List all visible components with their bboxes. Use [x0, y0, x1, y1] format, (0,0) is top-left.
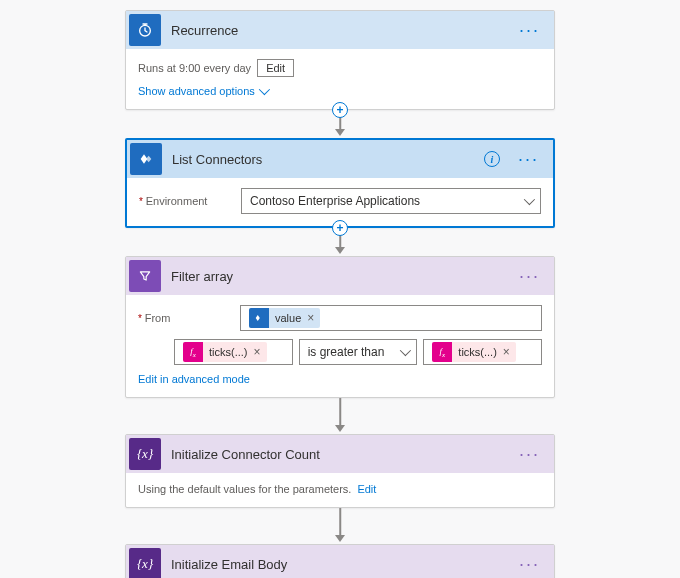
filter-array-title: Filter array — [171, 269, 505, 284]
more-menu-icon[interactable]: ··· — [514, 150, 543, 168]
list-connectors-title: List Connectors — [172, 152, 474, 167]
filter-array-header[interactable]: Filter array ··· — [126, 257, 554, 295]
step-connector: + — [125, 228, 555, 256]
value-token[interactable]: value × — [249, 308, 320, 328]
initialize-email-body-title: Initialize Email Body — [171, 557, 505, 572]
variable-icon: {x} — [129, 438, 161, 470]
recurrence-icon — [129, 14, 161, 46]
recurrence-title: Recurrence — [171, 23, 505, 38]
recurrence-step: Recurrence ··· Runs at 9:00 every day Ed… — [125, 10, 555, 110]
powerapps-icon — [130, 143, 162, 175]
remove-token-icon[interactable]: × — [252, 345, 267, 359]
chevron-down-icon — [400, 345, 411, 356]
more-menu-icon[interactable]: ··· — [515, 555, 544, 573]
list-connectors-header[interactable]: List Connectors i ··· — [127, 140, 553, 178]
filter-right-operand-input[interactable]: fx ticks(...) × — [423, 339, 542, 365]
operator-dropdown[interactable]: is greater than — [299, 339, 418, 365]
step-connector — [125, 398, 555, 434]
ticks-token[interactable]: fx ticks(...) × — [183, 342, 267, 362]
powerapps-token-icon — [249, 308, 269, 328]
recurrence-schedule-text: Runs at 9:00 every day — [138, 62, 251, 74]
recurrence-edit-button[interactable]: Edit — [257, 59, 294, 77]
filter-left-operand-input[interactable]: fx ticks(...) × — [174, 339, 293, 365]
remove-token-icon[interactable]: × — [501, 345, 516, 359]
add-step-button[interactable]: + — [332, 220, 348, 236]
environment-dropdown[interactable]: Contoso Enterprise Applications — [241, 188, 541, 214]
initialize-connector-count-step: {x} Initialize Connector Count ··· Using… — [125, 434, 555, 508]
from-label: From — [138, 312, 230, 324]
list-connectors-step: List Connectors i ··· Environment Contos… — [125, 138, 555, 228]
edit-advanced-mode-link[interactable]: Edit in advanced mode — [138, 373, 250, 385]
filter-array-step: Filter array ··· From value × fx — [125, 256, 555, 398]
variable-icon: {x} — [129, 548, 161, 578]
info-icon[interactable]: i — [484, 151, 500, 167]
default-params-text: Using the default values for the paramet… — [138, 483, 351, 495]
initialize-email-body-header[interactable]: {x} Initialize Email Body ··· — [126, 545, 554, 578]
filter-icon — [129, 260, 161, 292]
expression-icon: fx — [183, 342, 203, 362]
ticks-token[interactable]: fx ticks(...) × — [432, 342, 516, 362]
initialize-connector-count-header[interactable]: {x} Initialize Connector Count ··· — [126, 435, 554, 473]
recurrence-header[interactable]: Recurrence ··· — [126, 11, 554, 49]
more-menu-icon[interactable]: ··· — [515, 445, 544, 463]
show-advanced-options-link[interactable]: Show advanced options — [138, 85, 267, 97]
from-input[interactable]: value × — [240, 305, 542, 331]
edit-params-link[interactable]: Edit — [357, 483, 376, 495]
more-menu-icon[interactable]: ··· — [515, 267, 544, 285]
step-connector — [125, 508, 555, 544]
initialize-email-body-step: {x} Initialize Email Body ··· Value Ente… — [125, 544, 555, 578]
remove-token-icon[interactable]: × — [305, 311, 320, 325]
more-menu-icon[interactable]: ··· — [515, 21, 544, 39]
chevron-down-icon — [524, 194, 535, 205]
add-step-button[interactable]: + — [332, 102, 348, 118]
initialize-connector-count-title: Initialize Connector Count — [171, 447, 505, 462]
environment-label: Environment — [139, 195, 231, 207]
expression-icon: fx — [432, 342, 452, 362]
step-connector: + — [125, 110, 555, 138]
chevron-down-icon — [259, 84, 270, 95]
